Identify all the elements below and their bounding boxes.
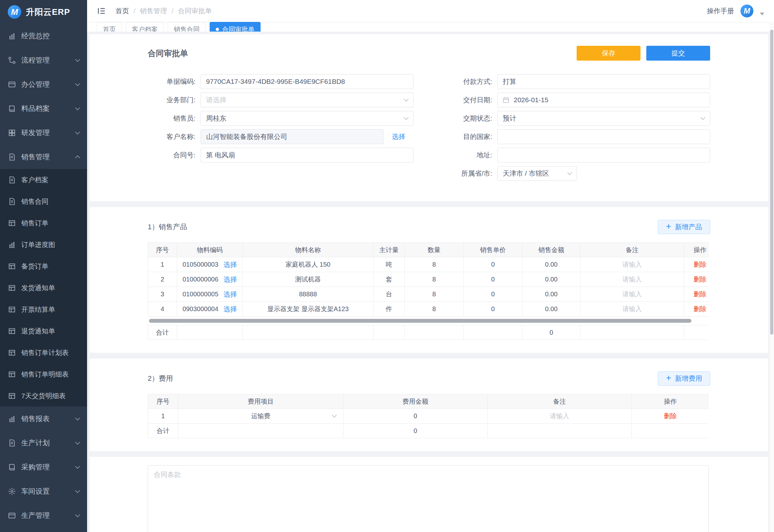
sidebar-item-sales-contract[interactable]: 销售合同 <box>0 191 87 212</box>
collapse-menu-icon[interactable] <box>97 6 106 16</box>
province-select[interactable]: 天津市 / 市辖区 <box>497 166 577 181</box>
sidebar-item-seven-day-delivery-report[interactable]: 7天交货明细表 <box>0 385 87 407</box>
cell-qty[interactable]: 8 <box>405 302 464 317</box>
tab-label: 合同审批单 <box>222 25 254 32</box>
delivery-status-select[interactable]: 预计 <box>497 111 710 126</box>
select-material-link[interactable]: 选择 <box>223 305 237 314</box>
sidebar-item-label: 订单进度图 <box>21 240 79 249</box>
sidebar-item-customer-archives[interactable]: 客户档案 <box>0 169 87 191</box>
submit-button[interactable]: 提交 <box>646 46 710 61</box>
vertical-scrollbar-thumb[interactable] <box>770 30 773 335</box>
breadcrumb-home[interactable]: 首页 <box>115 6 129 15</box>
cell-code: 0903000004 <box>183 305 218 313</box>
delivery-date-picker[interactable]: 2026-01-15 <box>497 93 710 107</box>
fees-title: 2）费用 <box>148 374 173 383</box>
salesman-value: 周桂东 <box>206 114 226 123</box>
breadcrumb-sales-management[interactable]: 销售管理 <box>140 6 167 15</box>
delete-row-link[interactable]: 删除 <box>694 276 707 283</box>
customer-select-link[interactable]: 选择 <box>392 132 405 141</box>
book-icon <box>8 104 16 113</box>
sidebar-item-sales-order[interactable]: 销售订单 <box>0 212 87 234</box>
cell-fee-amount[interactable]: 0 <box>343 409 488 424</box>
note-input[interactable] <box>583 305 681 313</box>
horizontal-scrollbar-thumb[interactable] <box>149 319 691 323</box>
col-action: 操作 <box>632 394 709 409</box>
add-fee-button[interactable]: + 新增费用 <box>658 371 710 386</box>
open-tabs-bar: 首页 客户档案 销售合同 合同审批单 <box>87 22 774 32</box>
main-area: 首页 / 销售管理 / 合同审批单 操作手册 M 首页 客户档案 销售合同 合同… <box>87 0 774 532</box>
tab-customer-archives[interactable]: 客户档案 <box>126 22 164 32</box>
sidebar-item-material-archives[interactable]: 料品档案 <box>0 96 87 121</box>
note-input[interactable] <box>583 276 681 283</box>
sidebar-item-workshop-settings[interactable]: 车间设置 <box>0 479 87 503</box>
note-input[interactable] <box>490 412 629 420</box>
chevron-down-icon <box>700 115 706 120</box>
cell-qty[interactable]: 8 <box>405 257 464 272</box>
product-row: 1 0105000003选择 家庭机器人 150 吨 8 0 0.00 删除 <box>148 257 709 272</box>
col-amount: 销售金额 <box>522 243 581 257</box>
contract-terms-textarea[interactable] <box>148 465 709 532</box>
sidebar-item-sales-report[interactable]: 销售报表 <box>0 407 87 431</box>
dest-country-input[interactable] <box>497 129 710 144</box>
customer-input[interactable] <box>201 129 383 144</box>
sidebar-item-delivery-notice[interactable]: 发货通知单 <box>0 277 87 299</box>
sidebar-item-purchase-management[interactable]: 采购管理 <box>0 455 87 479</box>
note-input[interactable] <box>583 291 681 298</box>
sidebar-item-production-plan[interactable]: 生产计划 <box>0 431 87 455</box>
select-material-link[interactable]: 选择 <box>223 275 237 284</box>
tab-contract-approval[interactable]: 合同审批单 <box>210 22 261 32</box>
user-avatar[interactable]: M <box>740 5 753 17</box>
select-material-link[interactable]: 选择 <box>223 290 237 299</box>
cell-name: 88888 <box>243 287 373 302</box>
products-header: 1）销售产品 + 新增产品 <box>148 220 710 234</box>
delete-row-link[interactable]: 删除 <box>694 291 707 298</box>
sidebar-item-stock-preparation-order[interactable]: 备货订单 <box>0 255 87 277</box>
delete-row-link[interactable]: 删除 <box>694 261 707 268</box>
form-left-column: 单据编码: 业务部门: 请选择 销售员: <box>148 74 413 184</box>
delete-row-link[interactable]: 删除 <box>694 305 707 312</box>
dropdown-caret-icon[interactable] <box>760 13 764 15</box>
note-input[interactable] <box>583 261 681 268</box>
fees-table-wrapper: 序号 费用项目 费用金额 备注 操作 1 运输费 <box>148 394 709 438</box>
chevron-down-icon <box>75 129 80 134</box>
sidebar-item-operations-dashboard[interactable]: 经营总控 <box>0 24 87 48</box>
add-product-button[interactable]: + 新增产品 <box>658 220 710 234</box>
operation-manual-link[interactable]: 操作手册 <box>707 6 734 15</box>
cell-code: 0100000006 <box>183 276 218 283</box>
cell-qty[interactable]: 8 <box>405 272 464 287</box>
fee-item-select[interactable]: 运输费 <box>181 409 341 423</box>
payment-input[interactable] <box>497 74 710 89</box>
products-total-row: 合计 0 <box>148 325 709 340</box>
sidebar-item-production-management[interactable]: 生产管理 <box>0 503 87 527</box>
sidebar-item-office-management[interactable]: 办公管理 <box>0 72 87 96</box>
cell-unit: 吨 <box>373 257 405 272</box>
sidebar-item-sales-order-detail-report[interactable]: 销售订单明细表 <box>0 363 87 385</box>
sidebar-item-sales-order-plan-report[interactable]: 销售订单计划表 <box>0 342 87 363</box>
sidebar-item-process-management[interactable]: 流程管理 <box>0 48 87 72</box>
sidebar-item-label: 退货通知单 <box>21 327 79 336</box>
payment-label: 付款方式: <box>444 77 497 86</box>
breadcrumb-separator: / <box>172 7 174 15</box>
save-button[interactable]: 保存 <box>577 46 640 61</box>
sidebar-item-rnd-management[interactable]: 研发管理 <box>0 121 87 145</box>
tab-home[interactable]: 首页 <box>97 22 122 32</box>
cell-price[interactable]: 0 <box>464 272 522 287</box>
sidebar-item-order-progress-chart[interactable]: 订单进度图 <box>0 234 87 255</box>
sidebar-item-sales-management[interactable]: 销售管理 <box>0 145 87 169</box>
cell-qty[interactable]: 8 <box>405 287 464 302</box>
salesman-label: 销售员: <box>148 114 201 123</box>
tab-sales-contract[interactable]: 销售合同 <box>168 22 206 32</box>
salesman-select[interactable]: 周桂东 <box>201 111 413 126</box>
address-input[interactable] <box>497 148 710 163</box>
contract-no-input[interactable] <box>201 148 413 163</box>
delete-row-link[interactable]: 删除 <box>664 412 677 419</box>
sidebar-item-return-notice[interactable]: 退货通知单 <box>0 320 87 342</box>
doc-code-input[interactable] <box>201 74 413 89</box>
col-unit: 主计量 <box>373 243 405 257</box>
cell-price[interactable]: 0 <box>464 287 522 302</box>
select-material-link[interactable]: 选择 <box>223 260 237 269</box>
cell-price[interactable]: 0 <box>464 302 522 317</box>
department-select[interactable]: 请选择 <box>201 93 413 107</box>
cell-price[interactable]: 0 <box>464 257 522 272</box>
sidebar-item-invoicing-settlement[interactable]: 开票结算单 <box>0 299 87 320</box>
